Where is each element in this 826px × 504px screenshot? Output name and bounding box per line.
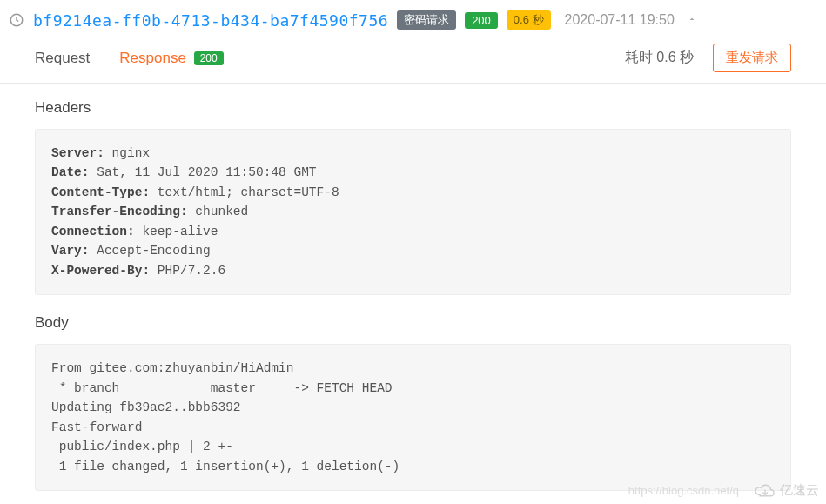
request-uuid[interactable]: bf9214ea-ff0b-4713-b434-ba7f4590f756 — [33, 11, 388, 30]
timestamp: 2020-07-11 19:50 — [565, 12, 675, 28]
tab-response[interactable]: Response 200 — [119, 50, 223, 67]
status-code-badge: 200 — [465, 12, 498, 29]
watermark-brand: 亿速云 — [754, 482, 819, 499]
collapse-icon[interactable] — [687, 14, 697, 27]
request-type-badge: 密码请求 — [397, 10, 456, 30]
response-content: Headers Server: nginx Date: Sat, 11 Jul … — [0, 84, 826, 504]
duration-badge: 0.6 秒 — [507, 10, 551, 30]
body-section-title: Body — [35, 314, 791, 332]
clock-icon — [9, 12, 24, 28]
headers-code-box: Server: nginx Date: Sat, 11 Jul 2020 11:… — [35, 129, 791, 295]
request-header-row: bf9214ea-ff0b-4713-b434-ba7f4590f756 密码请… — [0, 0, 826, 37]
tab-response-label: Response — [119, 50, 186, 66]
body-code-box: From gitee.com:zhuyanbin/HiAdmin * branc… — [35, 344, 791, 491]
resend-button[interactable]: 重发请求 — [713, 44, 791, 72]
tab-bar: Request Response 200 耗时 0.6 秒 重发请求 — [0, 37, 826, 84]
watermark-text: 亿速云 — [780, 482, 819, 499]
elapsed-text: 耗时 0.6 秒 — [625, 49, 694, 67]
tab-request[interactable]: Request — [35, 50, 90, 67]
tab-response-badge: 200 — [194, 51, 224, 65]
headers-section-title: Headers — [35, 99, 791, 117]
watermark-url: https://blog.csdn.net/q — [628, 484, 739, 497]
